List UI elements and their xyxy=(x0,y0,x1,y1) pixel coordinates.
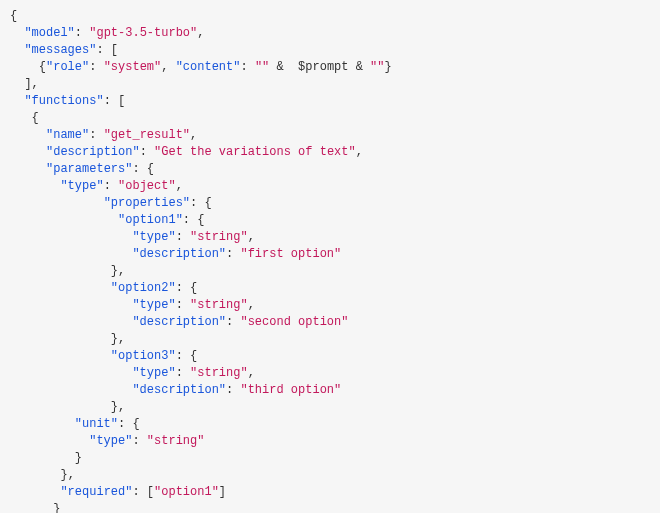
brace: } xyxy=(111,264,118,278)
comma: , xyxy=(32,77,39,91)
brace: { xyxy=(132,417,139,431)
brace: { xyxy=(32,111,39,125)
colon: : xyxy=(104,179,111,193)
key-parameters: "parameters" xyxy=(46,162,132,176)
comma: , xyxy=(190,128,197,142)
colon: : xyxy=(132,485,139,499)
comma: , xyxy=(176,179,183,193)
val-type-object: "object" xyxy=(118,179,176,193)
val-desc3: "third option" xyxy=(240,383,341,397)
key-messages: "messages" xyxy=(24,43,96,57)
comma: , xyxy=(356,145,363,159)
key-name: "name" xyxy=(46,128,89,142)
val-desc2: "second option" xyxy=(240,315,348,329)
key-description: "description" xyxy=(132,315,226,329)
val-type-string: "string" xyxy=(190,298,248,312)
colon: : xyxy=(75,26,82,40)
bracket: [ xyxy=(147,485,154,499)
colon: : xyxy=(176,298,183,312)
brace: { xyxy=(197,213,204,227)
key-content: "content" xyxy=(176,60,241,74)
brace: } xyxy=(60,468,67,482)
brace: { xyxy=(10,9,17,23)
colon: : xyxy=(132,434,139,448)
bracket: ] xyxy=(219,485,226,499)
key-functions: "functions" xyxy=(24,94,103,108)
brace: { xyxy=(190,349,197,363)
brace: { xyxy=(39,60,46,74)
colon: : xyxy=(176,349,183,363)
colon: : xyxy=(140,145,147,159)
key-option1: "option1" xyxy=(118,213,183,227)
comma: , xyxy=(248,298,255,312)
comma: , xyxy=(248,366,255,380)
colon: : xyxy=(104,94,111,108)
val-type-string: "string" xyxy=(190,230,248,244)
brace: { xyxy=(204,196,211,210)
key-description: "description" xyxy=(46,145,140,159)
val-model: "gpt-3.5-turbo" xyxy=(89,26,197,40)
key-description: "description" xyxy=(132,247,226,261)
val-role: "system" xyxy=(104,60,162,74)
amp: & xyxy=(269,60,291,74)
comma: , xyxy=(197,26,204,40)
key-type: "type" xyxy=(60,179,103,193)
key-unit: "unit" xyxy=(75,417,118,431)
brace: } xyxy=(53,502,60,513)
key-option3: "option3" xyxy=(111,349,176,363)
colon: : xyxy=(226,315,233,329)
key-option2: "option2" xyxy=(111,281,176,295)
comma: , xyxy=(248,230,255,244)
val-description: "Get the variations of text" xyxy=(154,145,356,159)
key-properties: "properties" xyxy=(104,196,190,210)
bracket: [ xyxy=(118,94,125,108)
colon: : xyxy=(183,213,190,227)
comma: , xyxy=(68,468,75,482)
key-type: "type" xyxy=(132,366,175,380)
colon: : xyxy=(176,366,183,380)
brace: { xyxy=(147,162,154,176)
colon: : xyxy=(89,60,96,74)
key-model: "model" xyxy=(24,26,74,40)
colon: : xyxy=(96,43,103,57)
val-empty: "" xyxy=(370,60,384,74)
key-type: "type" xyxy=(89,434,132,448)
colon: : xyxy=(226,247,233,261)
colon: : xyxy=(226,383,233,397)
val-required: "option1" xyxy=(154,485,219,499)
bracket: [ xyxy=(111,43,118,57)
brace: } xyxy=(111,332,118,346)
comma: , xyxy=(118,400,125,414)
colon: : xyxy=(132,162,139,176)
brace: } xyxy=(111,400,118,414)
key-description: "description" xyxy=(132,383,226,397)
val-type-string: "string" xyxy=(190,366,248,380)
colon: : xyxy=(89,128,96,142)
colon: : xyxy=(176,281,183,295)
colon: : xyxy=(240,60,247,74)
brace: } xyxy=(385,60,392,74)
comma: , xyxy=(118,264,125,278)
brace: } xyxy=(75,451,82,465)
key-required: "required" xyxy=(60,485,132,499)
val-type-string: "string" xyxy=(147,434,205,448)
key-type: "type" xyxy=(132,298,175,312)
comma: , xyxy=(161,60,168,74)
key-type: "type" xyxy=(132,230,175,244)
var-prompt: $prompt xyxy=(291,60,356,74)
val-desc1: "first option" xyxy=(240,247,341,261)
brace: { xyxy=(190,281,197,295)
colon: : xyxy=(118,417,125,431)
code-block: { "model": "gpt-3.5-turbo", "messages": … xyxy=(0,0,660,513)
colon: : xyxy=(190,196,197,210)
colon: : xyxy=(176,230,183,244)
comma: , xyxy=(118,332,125,346)
key-role: "role" xyxy=(46,60,89,74)
amp: & xyxy=(356,60,370,74)
bracket: ] xyxy=(24,77,31,91)
val-empty: "" xyxy=(255,60,269,74)
val-name: "get_result" xyxy=(104,128,190,142)
